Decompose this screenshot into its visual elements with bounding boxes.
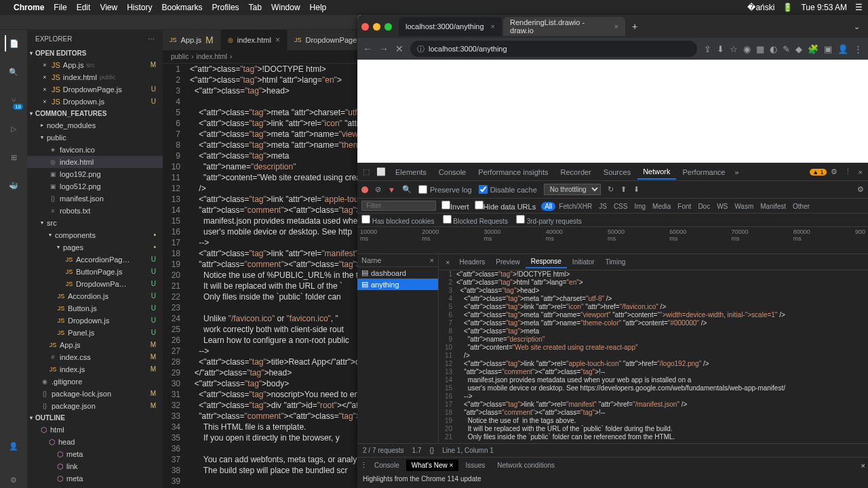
file-item[interactable]: JS Panel.jsU bbox=[27, 327, 163, 339]
search-icon[interactable]: 🔍 bbox=[402, 185, 412, 194]
clear-icon[interactable]: ⊘ bbox=[375, 185, 381, 194]
project-header[interactable]: COMMON_FEATURES bbox=[27, 108, 163, 119]
back-icon[interactable]: ← bbox=[363, 43, 372, 54]
outline-item[interactable]: ⬡ html bbox=[27, 424, 163, 436]
inspect-icon[interactable]: ⬚ bbox=[360, 167, 372, 176]
tabs-dropdown-icon[interactable]: ⌄ bbox=[850, 22, 864, 31]
file-item[interactable]: ◉ .gitignore bbox=[27, 375, 163, 388]
more-panels-icon[interactable]: » bbox=[732, 168, 741, 176]
drawer-toggle-icon[interactable]: ⋮ bbox=[360, 461, 368, 470]
request-anything[interactable]: ▤ anything bbox=[357, 279, 438, 290]
file-item[interactable]: ★ favicon.ico bbox=[27, 144, 163, 156]
menu-view[interactable]: View bbox=[100, 3, 117, 12]
panel-console[interactable]: Console bbox=[433, 165, 471, 179]
account-icon[interactable]: 👤 bbox=[5, 438, 22, 454]
more-icon[interactable]: ⋮ bbox=[842, 167, 854, 176]
drawer-issues[interactable]: Issues bbox=[460, 460, 490, 471]
close-detail-icon[interactable]: × bbox=[441, 258, 454, 266]
open-editor[interactable]: × JS DropdownPage.js U bbox=[27, 83, 163, 96]
crumb-1[interactable]: index.html bbox=[196, 53, 227, 60]
close-icon[interactable]: × bbox=[430, 256, 434, 264]
export-icon[interactable]: ⬇ bbox=[633, 185, 639, 194]
ext3-icon[interactable]: ◐ bbox=[770, 44, 777, 54]
close-drawer-icon[interactable]: × bbox=[861, 462, 865, 470]
file-item[interactable]: ◎ index.html bbox=[27, 156, 163, 168]
file-item[interactable]: {} manifest.json bbox=[27, 192, 163, 205]
ext2-icon[interactable]: ▦ bbox=[756, 44, 764, 54]
file-item[interactable]: JS Dropdown.jsU bbox=[27, 314, 163, 327]
tab-headers[interactable]: Headers bbox=[454, 256, 490, 268]
install-icon[interactable]: ⬇ bbox=[717, 44, 724, 54]
panel-sources[interactable]: Sources bbox=[598, 165, 636, 179]
invert[interactable]: Invert bbox=[441, 201, 469, 211]
folder-item[interactable]: pages• bbox=[27, 241, 163, 253]
panel-elements[interactable]: Elements bbox=[390, 165, 432, 179]
open-editor[interactable]: × JS Dropdown.js U bbox=[27, 96, 163, 108]
wifi-icon[interactable]: �ański bbox=[747, 3, 774, 12]
outline-item[interactable]: ⬡ meta bbox=[27, 485, 163, 488]
file-item[interactable]: ≡ robots.txt bbox=[27, 205, 163, 217]
settings-icon[interactable]: ⚙ bbox=[857, 185, 864, 194]
close-icon[interactable]: × bbox=[614, 22, 618, 30]
throttling-select[interactable]: No throttling bbox=[544, 184, 601, 195]
tab-timing[interactable]: Timing bbox=[600, 256, 631, 268]
filter-type[interactable]: Media bbox=[649, 202, 674, 211]
filter-type[interactable]: All bbox=[541, 202, 555, 211]
editor-tab[interactable]: ◎ index.html × bbox=[221, 30, 288, 50]
outline-item[interactable]: ⬡ head bbox=[27, 436, 163, 448]
menu-file[interactable]: File bbox=[54, 3, 66, 12]
folder-item[interactable]: components• bbox=[27, 229, 163, 241]
panel-performance[interactable]: Performance bbox=[677, 165, 731, 179]
menu-window[interactable]: Window bbox=[271, 3, 300, 12]
explorer-icon[interactable]: 📄 bbox=[5, 35, 21, 52]
preserve-log[interactable]: Preserve log bbox=[418, 185, 472, 194]
panel-recorder[interactable]: Recorder bbox=[555, 165, 597, 179]
ext4-icon[interactable]: ✎ bbox=[783, 44, 790, 54]
tab-preview[interactable]: Preview bbox=[490, 256, 526, 268]
bookmark-icon[interactable]: ☆ bbox=[730, 44, 738, 54]
filter-type[interactable]: Fetch/XHR bbox=[555, 202, 595, 211]
sidepanel-icon[interactable]: ▣ bbox=[824, 44, 832, 54]
app-name[interactable]: Chrome bbox=[14, 3, 44, 12]
drawer-console[interactable]: Console bbox=[369, 460, 405, 471]
ext5-icon[interactable]: ◆ bbox=[795, 44, 802, 54]
response-body[interactable]: 123456789101112131415161718192021 <"attr… bbox=[439, 270, 868, 443]
file-item[interactable]: ▣ logo512.png bbox=[27, 180, 163, 192]
open-editor[interactable]: × JS App.js srcM bbox=[27, 59, 163, 71]
file-item[interactable]: JS AccordionPag…U bbox=[27, 253, 163, 266]
open-editors-header[interactable]: OPEN EDITORS bbox=[27, 48, 163, 58]
close-icon[interactable]: × bbox=[856, 168, 865, 176]
editor-tab[interactable]: JS App.js M bbox=[163, 30, 221, 50]
filter-type[interactable]: Wasm bbox=[731, 202, 757, 211]
format-icon[interactable]: {} bbox=[430, 447, 435, 454]
outline-item[interactable]: ⬡ link bbox=[27, 460, 163, 472]
extensions-icon[interactable]: 🧩 bbox=[808, 44, 818, 54]
more-icon[interactable]: ⋯ bbox=[148, 35, 155, 43]
file-item[interactable]: {} package-lock.jsonM bbox=[27, 388, 163, 400]
network-timeline[interactable]: 10000 ms20000 ms30000 ms40000 ms50000 ms… bbox=[357, 227, 868, 254]
request-dashboard[interactable]: ▤ dashboard bbox=[357, 267, 438, 279]
warning-badge[interactable]: ▲ 1 bbox=[810, 169, 826, 176]
close-icon[interactable]: × bbox=[491, 22, 495, 30]
file-item[interactable]: JS Button.jsU bbox=[27, 302, 163, 314]
share-icon[interactable]: ⇪ bbox=[704, 44, 711, 54]
site-info-icon[interactable]: ⓘ bbox=[417, 44, 425, 54]
file-item[interactable]: JS ButtonPage.jsU bbox=[27, 266, 163, 278]
folder-item[interactable]: node_modules bbox=[27, 119, 163, 131]
device-icon[interactable]: ⬜ bbox=[374, 167, 389, 176]
source-control-icon[interactable]: ⑂18 bbox=[5, 92, 22, 108]
battery-icon[interactable]: 🔋 bbox=[783, 3, 793, 12]
stop-icon[interactable]: ✕ bbox=[395, 43, 403, 54]
settings-icon[interactable]: ⚙ bbox=[5, 472, 22, 488]
panel-perf-insights[interactable]: Performance insights bbox=[473, 165, 553, 179]
filter-type[interactable]: Font bbox=[674, 202, 694, 211]
drawer-whatsnew[interactable]: What's New × bbox=[406, 460, 459, 471]
blocked-requests[interactable]: Blocked Requests bbox=[443, 215, 508, 225]
chrome-tab-1[interactable]: RenderingList.drawio - draw.io× bbox=[503, 17, 625, 36]
new-tab-icon[interactable]: + bbox=[627, 21, 643, 32]
filter-type[interactable]: WS bbox=[713, 202, 731, 211]
record-icon[interactable] bbox=[361, 186, 368, 193]
filter-type[interactable]: Manifest bbox=[757, 202, 789, 211]
file-item[interactable]: JS Accordion.jsU bbox=[27, 290, 163, 302]
debug-icon[interactable]: ▷ bbox=[5, 121, 22, 137]
